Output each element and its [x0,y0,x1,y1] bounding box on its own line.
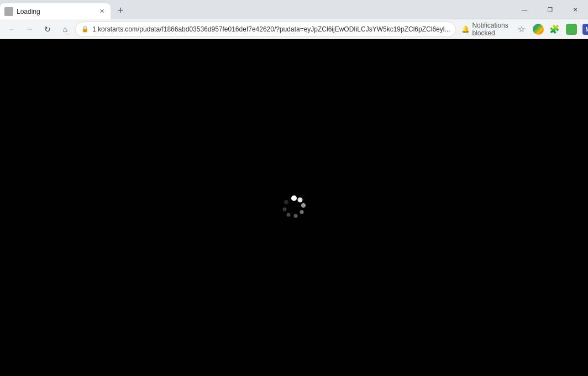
close-button[interactable]: ✕ [563,0,588,19]
svg-point-5 [287,213,291,217]
notifications-blocked-button[interactable]: 🔔 Notifications blocked [458,20,511,38]
forward-button[interactable]: → [22,22,38,37]
svg-point-0 [291,195,297,201]
title-bar: Loading ✕ + — ❐ ✕ [0,0,588,19]
tab-favicon [4,7,13,16]
tab-title: Loading [17,8,94,15]
window-controls: — ❐ ✕ [512,0,588,19]
svg-point-1 [298,198,303,203]
home-button[interactable]: ⌂ [57,22,73,37]
svg-point-7 [284,200,288,204]
loading-spinner [280,194,308,221]
address-bar[interactable]: 🔒 1.korstarts.com/pudata/f1866abd03536d9… [75,22,456,37]
svg-point-6 [283,208,287,211]
ext-blue-icon[interactable]: M [580,22,588,37]
google-account-icon[interactable] [531,22,546,37]
restore-button[interactable]: ❐ [537,0,563,19]
minimize-button[interactable]: — [512,0,537,19]
reload-button[interactable]: ↻ [40,22,55,37]
toolbar-icons: ☆ 🧩 M 👤 ⋮ [514,22,588,37]
extensions-button[interactable]: 🧩 [547,22,563,37]
url-display: 1.korstarts.com/pudata/f1866abd03536d957… [92,25,450,33]
notifications-blocked-label: Notifications blocked [472,22,508,37]
video-content-area[interactable] [0,39,588,376]
svg-point-3 [300,210,304,214]
bell-icon: 🔔 [461,25,470,33]
tab-close-button[interactable]: ✕ [97,7,106,16]
new-tab-button[interactable]: + [113,3,128,18]
ext-green-icon[interactable] [564,22,579,37]
back-button[interactable]: ← [4,22,20,37]
svg-point-4 [294,214,298,218]
svg-point-2 [301,203,306,208]
address-bar-row: ← → ↻ ⌂ 🔒 1.korstarts.com/pudata/f1866ab… [0,19,588,39]
active-tab[interactable]: Loading ✕ [0,3,111,19]
tab-strip: Loading ✕ + [0,0,128,19]
lock-icon: 🔒 [81,25,89,33]
star-button[interactable]: ☆ [514,22,529,37]
